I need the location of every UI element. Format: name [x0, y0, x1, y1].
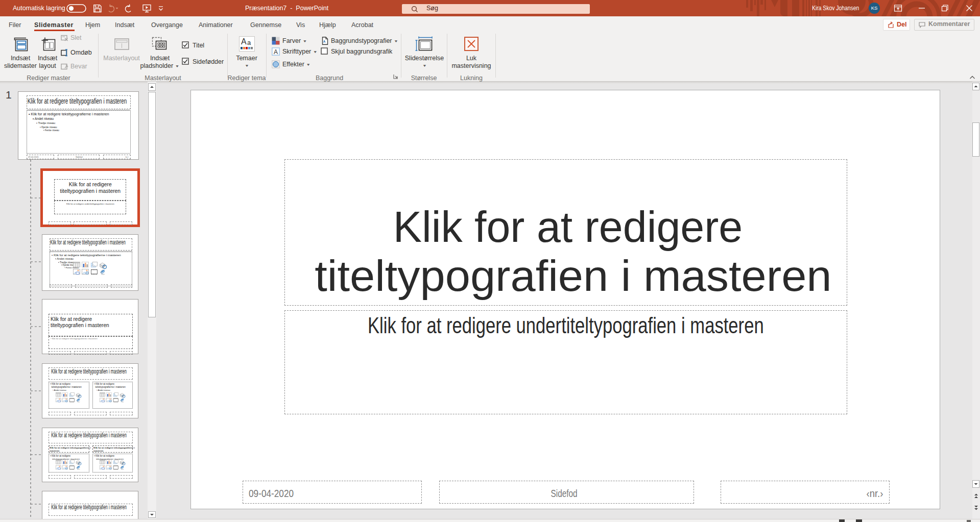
- svg-text:A: A: [274, 48, 278, 56]
